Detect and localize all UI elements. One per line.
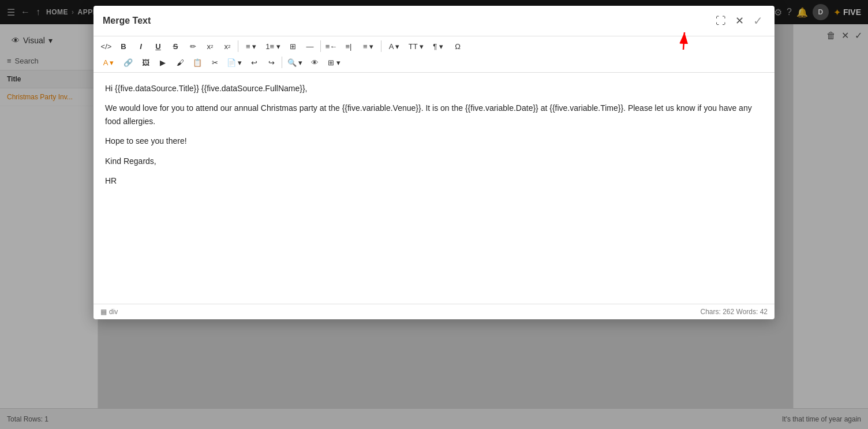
grid-icon: ▦ bbox=[100, 308, 107, 316]
paste-plain-button[interactable]: 📋 bbox=[189, 55, 205, 70]
code-button[interactable]: </> bbox=[98, 39, 114, 54]
toolbar-sep-4 bbox=[282, 57, 282, 68]
editor-toolbar: </> B I U S ✏ x2 x2 ≡ ▾ 1≡ ▾ ⊞ — ≡← ≡| ≡… bbox=[93, 36, 775, 73]
align-dropdown-button[interactable]: ≡ ▾ bbox=[358, 39, 379, 54]
preview-button[interactable]: 👁 bbox=[306, 55, 323, 70]
format-paint-button[interactable]: 🖌 bbox=[172, 55, 188, 70]
content-line-5: HR bbox=[105, 174, 763, 187]
content-line-4: Kind Regards, bbox=[105, 155, 763, 167]
align-center-button[interactable]: ≡| bbox=[341, 39, 357, 54]
modal-header: Merge Text ⛶ ✕ ✓ bbox=[93, 6, 775, 36]
footer-left: ▦ div bbox=[100, 308, 118, 316]
special-chars-button[interactable]: Ω bbox=[450, 39, 466, 54]
toolbar-row-1: </> B I U S ✏ x2 x2 ≡ ▾ 1≡ ▾ ⊞ — ≡← ≡| ≡… bbox=[98, 39, 770, 54]
editor-footer: ▦ div Chars: 262 Words: 42 bbox=[93, 304, 775, 319]
modal-title: Merge Text bbox=[103, 16, 151, 26]
undo-button[interactable]: ↩ bbox=[246, 55, 262, 70]
bold-button[interactable]: B bbox=[115, 39, 132, 54]
italic-button[interactable]: I bbox=[133, 39, 149, 54]
modal-confirm-button[interactable]: ✓ bbox=[751, 13, 765, 29]
toolbar-sep-2 bbox=[320, 40, 321, 52]
modal-overlay: Merge Text ⛶ ✕ ✓ </> B I U S bbox=[0, 0, 868, 429]
paragraph-button[interactable]: ¶ ▾ bbox=[428, 39, 448, 54]
fullscreen-button[interactable]: ⛶ bbox=[713, 13, 728, 28]
superscript-button[interactable]: x2 bbox=[202, 39, 218, 54]
footer-stats: Chars: 262 Words: 42 bbox=[700, 308, 768, 316]
hr-button[interactable]: — bbox=[302, 39, 318, 54]
modal-close-button[interactable]: ✕ bbox=[733, 13, 746, 28]
content-line-3: Hope to see you there! bbox=[105, 135, 763, 147]
more-button[interactable]: ⊞ ▾ bbox=[324, 55, 345, 70]
subscript-button[interactable]: x2 bbox=[219, 39, 235, 54]
link-button[interactable]: 🔗 bbox=[120, 55, 136, 70]
image-button[interactable]: 🖼 bbox=[137, 55, 154, 70]
toolbar-sep-3 bbox=[381, 40, 381, 52]
modal-header-actions: ⛶ ✕ ✓ bbox=[713, 13, 765, 29]
element-label: div bbox=[109, 308, 118, 316]
content-line-1: Hi {{five.dataSource.Title}} {{five.data… bbox=[105, 82, 763, 95]
bullet-list-button[interactable]: ≡ ▾ bbox=[241, 39, 261, 54]
cut-button[interactable]: ✂ bbox=[207, 55, 223, 70]
font-color-button[interactable]: A ▾ bbox=[384, 39, 405, 54]
ordered-list-button[interactable]: 1≡ ▾ bbox=[263, 39, 283, 54]
paste-button[interactable]: 📄 ▾ bbox=[224, 55, 245, 70]
align-left-button[interactable]: ≡← bbox=[323, 39, 339, 54]
strikethrough-button[interactable]: S bbox=[167, 39, 184, 54]
editor-content[interactable]: Hi {{five.dataSource.Title}} {{five.data… bbox=[93, 73, 775, 304]
highlight-button[interactable]: ✏ bbox=[185, 39, 201, 54]
video-button[interactable]: ▶ bbox=[155, 55, 171, 70]
font-size-button[interactable]: TT ▾ bbox=[406, 39, 426, 54]
toolbar-row-2: A ▾ 🔗 🖼 ▶ 🖌 📋 ✂ 📄 ▾ ↩ ↪ 🔍 ▾ 👁 ⊞ ▾ bbox=[98, 55, 770, 70]
merge-text-modal: Merge Text ⛶ ✕ ✓ </> B I U S bbox=[93, 6, 775, 319]
table-button[interactable]: ⊞ bbox=[285, 39, 301, 54]
underline-button[interactable]: U bbox=[150, 39, 166, 54]
toolbar-sep-1 bbox=[238, 40, 238, 52]
text-color-button[interactable]: A ▾ bbox=[98, 55, 119, 70]
content-line-2: We would love for you to attend our annu… bbox=[105, 102, 763, 128]
redo-button[interactable]: ↪ bbox=[263, 55, 279, 70]
search-replace-button[interactable]: 🔍 ▾ bbox=[285, 55, 305, 70]
